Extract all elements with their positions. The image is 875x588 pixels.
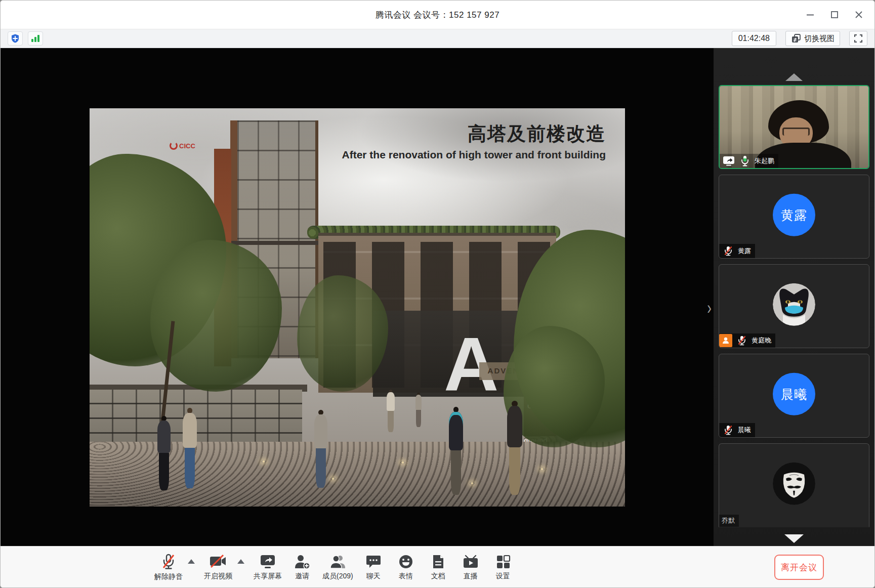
live-icon [463,554,479,569]
participant-tile[interactable]: 黄露 黄露 [719,175,869,259]
participant-namebar: 黄庭晚 [719,333,775,348]
window-title: 腾讯会议 会议号：152 157 927 [376,9,499,21]
chat-label: 聊天 [366,572,381,581]
live-label: 直播 [464,572,478,581]
participant-name: 乔默 [722,516,735,525]
settings-button[interactable]: 设置 [487,554,519,581]
docs-button[interactable]: 文档 [422,554,454,581]
topbar-right-group: 01:42:48 切换视图 [732,31,867,46]
slide-title-en: After the renovation of high tower and f… [342,149,606,161]
settings-label: 设置 [496,572,510,581]
switch-view-label: 切换视图 [804,34,835,44]
emoji-label: 表情 [399,572,413,581]
camera-muted-icon [209,554,227,569]
scroll-up-button[interactable] [714,48,874,85]
avatar-cat-photo [773,283,815,326]
participant-tile[interactable]: 乔默 [719,443,869,527]
person-figure [175,408,205,500]
sidebar-collapse-chevron[interactable]: › [707,299,712,317]
shared-screen-canvas: CICC A ADVENTURE PARK GRAND ARCADE two o… [1,48,714,546]
live-button[interactable]: 直播 [454,554,487,581]
scroll-down-icon [784,534,804,543]
mic-muted-icon [735,335,748,346]
signal-bars-icon [30,34,40,43]
window-controls [802,1,867,29]
invite-icon [294,554,310,569]
mic-active-icon [738,155,752,166]
scroll-up-icon [785,73,803,81]
scroll-down-button[interactable] [714,534,874,543]
switch-view-button[interactable]: 切换视图 [785,31,840,46]
emoji-button[interactable]: 表情 [390,554,422,581]
members-label: 成员(209) [322,572,353,581]
network-signal-button[interactable] [28,31,43,46]
shield-plus-icon [10,33,20,44]
participant-namebar: 朱起鹏 [720,154,778,168]
share-screen-button[interactable]: 共享屏幕 [249,554,286,581]
start-video-label: 开启视频 [204,572,232,581]
maximize-button[interactable] [826,6,843,23]
meeting-timer: 01:42:48 [732,31,776,46]
switch-view-icon [791,33,801,44]
invite-button[interactable]: 邀请 [286,554,318,581]
path-light [400,461,405,464]
participant-namebar: 黄露 [719,244,755,258]
meeting-window: 腾讯会议 会议号：152 157 927 [0,0,875,588]
document-icon [432,554,445,569]
mic-muted-icon [722,425,735,436]
person-figure [441,407,471,507]
participant-name: 朱起鹏 [755,156,774,165]
cicc-logo: CICC [170,142,195,150]
close-button[interactable] [850,6,867,23]
participants-sidebar: 朱起鹏 黄露 [714,48,874,546]
participant-tile[interactable]: 晨曦 晨曦 [719,354,869,438]
participant-name: 晨曦 [738,426,751,435]
leave-meeting-button[interactable]: 离开会议 [774,555,824,580]
titlebar: 腾讯会议 会议号：152 157 927 [1,1,874,29]
shared-slide: CICC A ADVENTURE PARK GRAND ARCADE two o… [90,108,625,507]
emoji-icon [398,554,413,569]
toolbar-items: 解除静音 开启视频 [150,547,519,588]
participant-namebar: 乔默 [719,515,739,527]
slide-title-block: 高塔及前楼改造 After the renovation of high tow… [342,121,606,161]
avatar-initials: 黄露 [773,194,815,236]
person-figure [306,410,336,499]
start-video-button[interactable]: 开启视频 [200,554,236,581]
person-figure [411,393,426,432]
participant-name: 黄露 [738,246,751,256]
chat-button[interactable]: 聊天 [357,554,390,581]
mic-muted-icon [722,245,735,257]
security-shield-button[interactable] [8,31,23,46]
fullscreen-icon [854,34,863,43]
share-screen-icon [259,554,276,569]
avatar-initials: 晨曦 [773,373,815,415]
minimize-button[interactable] [802,6,819,23]
bottom-toolbar: 解除静音 开启视频 [1,546,874,587]
participant-tiles: 朱起鹏 黄露 [714,85,874,527]
chat-icon [365,554,382,569]
top-toolbar: 01:42:48 切换视图 [1,29,874,48]
slide-title-cn: 高塔及前楼改造 [342,121,606,147]
path-light [539,468,545,471]
mic-options-caret[interactable] [188,559,195,564]
participant-name: 黄庭晚 [752,336,771,345]
members-button[interactable]: 成员(209) [318,554,357,581]
settings-icon [495,554,511,569]
participant-namebar: 晨曦 [719,423,755,437]
participant-tile[interactable]: 黄庭晚 [719,264,869,348]
camera-options-caret[interactable] [237,559,244,564]
path-light [261,460,266,463]
screen-sharing-icon [722,155,735,166]
avatar-anonymous-mask [773,463,815,505]
share-screen-label: 共享屏幕 [254,572,282,581]
unmute-label: 解除静音 [154,572,183,581]
participant-tile-video[interactable]: 朱起鹏 [719,85,869,169]
person-figure [498,401,531,507]
members-icon [329,554,346,569]
person-figure [382,390,399,438]
invite-label: 邀请 [295,572,309,581]
docs-label: 文档 [431,572,445,581]
unmute-button[interactable]: 解除静音 [150,554,187,581]
host-badge-icon [719,334,732,347]
fullscreen-button[interactable] [849,31,867,46]
